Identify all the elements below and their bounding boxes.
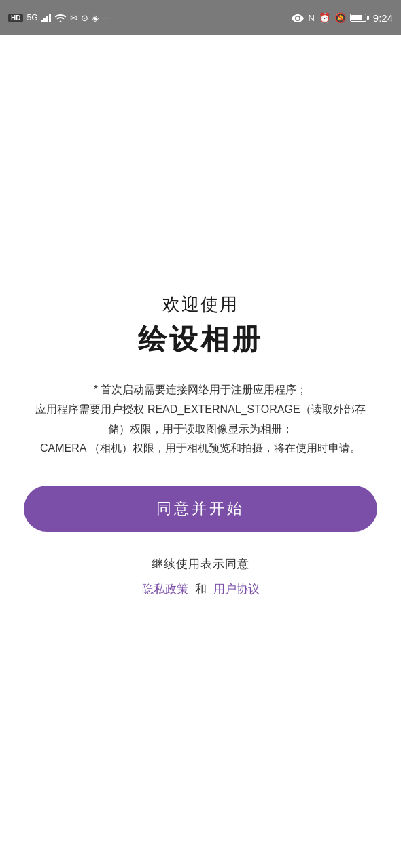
- more-icon: ···: [102, 14, 108, 22]
- status-bar-right: N ⏰ 🔕 9:24: [292, 12, 393, 24]
- signal-strength: 5G: [27, 13, 37, 22]
- battery-icon: [350, 14, 369, 22]
- welcome-title: 绘设相册: [138, 321, 263, 359]
- status-bar-left: HD 5G ✉ ⊙ ◈ ···: [8, 13, 109, 23]
- signal-icon: [41, 13, 51, 22]
- description-line2: 应用程序需要用户授权 READ_EXTERNAL_STORAGE（读取外部存储）…: [35, 403, 365, 435]
- policy-separator: 和: [195, 581, 207, 597]
- eye-icon: [292, 13, 304, 22]
- main-content: 欢迎使用 绘设相册 * 首次启动需要连接网络用于注册应用程序； 应用程序需要用户…: [0, 35, 401, 868]
- alarm-icon: ⏰: [319, 12, 330, 23]
- description-block: * 首次启动需要连接网络用于注册应用程序； 应用程序需要用户授权 READ_EX…: [20, 380, 381, 458]
- user-agreement-link[interactable]: 用户协议: [213, 581, 260, 597]
- welcome-section: 欢迎使用 绘设相册: [138, 293, 263, 359]
- app-icon-1: ◈: [92, 13, 99, 23]
- description-line1: * 首次启动需要连接网络用于注册应用程序；: [94, 384, 308, 395]
- nfc-icon: N: [308, 13, 314, 23]
- hd-badge: HD: [8, 14, 23, 22]
- welcome-subtitle: 欢迎使用: [138, 293, 263, 317]
- description-line3: CAMERA （相机）权限，用于相机预览和拍摄，将在使用时申请。: [40, 442, 361, 454]
- time-display: 9:24: [373, 12, 393, 24]
- continue-text: 继续使用表示同意: [152, 556, 249, 572]
- privacy-policy-link[interactable]: 隐私政策: [142, 581, 188, 597]
- status-bar: HD 5G ✉ ⊙ ◈ ··· N ⏰ 🔕: [0, 0, 401, 35]
- mute-icon: 🔕: [334, 12, 346, 23]
- start-button[interactable]: 同意并开始: [24, 486, 377, 532]
- policy-row: 隐私政策 和 用户协议: [142, 581, 260, 597]
- location-icon: ⊙: [81, 13, 88, 23]
- wifi-icon: [54, 13, 67, 22]
- notification-icon: ✉: [70, 13, 77, 23]
